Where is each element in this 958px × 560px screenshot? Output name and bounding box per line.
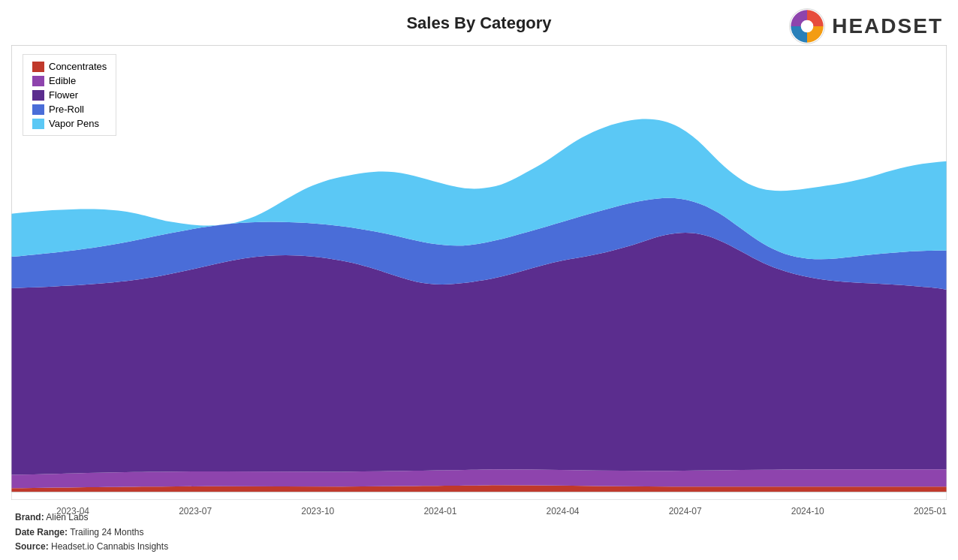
x-label-4: 2024-04 <box>547 506 580 516</box>
source-label: Source: <box>15 541 49 552</box>
legend-label-edible: Edible <box>49 75 76 86</box>
headset-logo-icon <box>788 8 826 45</box>
chart-legend: Concentrates Edible Flower Pre-Roll Vapo… <box>23 54 116 136</box>
legend-color-vaporpens <box>32 119 44 129</box>
x-label-2: 2023-10 <box>301 506 334 516</box>
footer-brand: Brand: Alien Labs <box>15 510 168 525</box>
legend-color-flower <box>32 90 44 101</box>
x-label-1: 2023-07 <box>179 506 212 516</box>
legend-label-flower: Flower <box>49 89 78 101</box>
legend-label-concentrates: Concentrates <box>49 61 107 72</box>
x-label-6: 2024-10 <box>791 506 824 516</box>
footer-info: Brand: Alien Labs Date Range: Trailing 2… <box>15 510 168 554</box>
legend-item-vaporpens: Vapor Pens <box>32 118 107 129</box>
x-label-7: 2025-01 <box>914 506 947 516</box>
chart-svg-area <box>11 45 947 500</box>
legend-color-edible <box>32 76 44 86</box>
svg-point-4 <box>801 20 814 33</box>
daterange-value: Trailing 24 Months <box>70 527 143 537</box>
legend-item-edible: Edible <box>32 75 107 86</box>
legend-label-preroll: Pre-Roll <box>49 104 84 115</box>
chart-container: HEADSET Sales By Category <box>0 0 958 560</box>
legend-label-vaporpens: Vapor Pens <box>49 118 99 129</box>
legend-color-preroll <box>32 104 44 115</box>
x-label-5: 2024-07 <box>669 506 702 516</box>
logo-area: HEADSET <box>788 8 943 45</box>
legend-color-concentrates <box>32 62 44 72</box>
daterange-label: Date Range: <box>15 527 68 537</box>
brand-label: Brand: <box>15 512 44 522</box>
brand-value: Alien Labs <box>46 512 88 522</box>
legend-item-concentrates: Concentrates <box>32 61 107 72</box>
x-label-3: 2024-01 <box>423 506 456 516</box>
source-value: Headset.io Cannabis Insights <box>51 541 168 552</box>
logo-text: HEADSET <box>832 14 943 38</box>
chart-svg <box>11 45 947 500</box>
legend-item-flower: Flower <box>32 89 107 101</box>
footer-source: Source: Headset.io Cannabis Insights <box>15 540 168 554</box>
legend-item-preroll: Pre-Roll <box>32 104 107 115</box>
footer-daterange: Date Range: Trailing 24 Months <box>15 525 168 540</box>
